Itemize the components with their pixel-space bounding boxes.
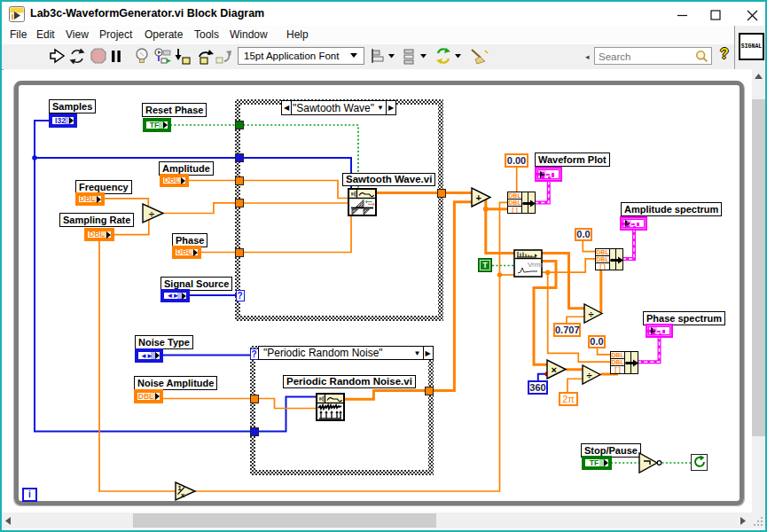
signal-source-terminal[interactable]: ◄► bbox=[160, 289, 190, 302]
case1-prev-icon[interactable]: ◀ bbox=[282, 101, 292, 114]
scroll-left-icon[interactable] bbox=[4, 517, 13, 526]
align-objects-button[interactable] bbox=[370, 46, 397, 66]
case2-selector-terminal[interactable]: ? bbox=[250, 348, 259, 360]
case2-next-icon[interactable]: ▶ bbox=[423, 347, 433, 359]
loop-condition-terminal[interactable] bbox=[691, 454, 708, 471]
vi-icon[interactable]: SIGNAL bbox=[739, 33, 764, 60]
clean-up-diagram-button[interactable] bbox=[466, 46, 491, 66]
reciprocal-node[interactable]: 1 x bbox=[175, 481, 197, 502]
divide-node-rms[interactable]: ÷ bbox=[583, 303, 604, 325]
noise-amplitude-label[interactable]: Noise Amplitude bbox=[134, 376, 217, 390]
search-collapse-icon[interactable]: ◂ bbox=[585, 52, 590, 61]
retain-wire-values-button[interactable] bbox=[153, 46, 172, 66]
font-dropdown-arrow-icon[interactable] bbox=[350, 53, 358, 59]
tunnel-phase[interactable] bbox=[235, 248, 244, 257]
samples-label[interactable]: Samples bbox=[49, 99, 96, 113]
waveform-plot-terminal[interactable] bbox=[535, 167, 562, 182]
noise-vi-icon[interactable] bbox=[316, 393, 345, 421]
amplitude-spectrum-terminal[interactable] bbox=[620, 216, 647, 231]
menu-window[interactable]: Window bbox=[230, 28, 268, 41]
build-waveform-plot[interactable]: DBL DBL [ ] bbox=[507, 192, 536, 214]
scroll-right-icon[interactable] bbox=[739, 517, 747, 526]
horizontal-scrollbar[interactable] bbox=[2, 512, 752, 528]
noise-amplitude-terminal[interactable]: DBL bbox=[134, 389, 163, 403]
spectrum-vi-icon[interactable]: Vrms bbox=[513, 249, 543, 278]
run-continuously-button[interactable] bbox=[67, 46, 87, 66]
maximize-button[interactable] bbox=[699, 2, 729, 26]
minimize-button[interactable] bbox=[659, 2, 689, 26]
menu-operate[interactable]: Operate bbox=[145, 28, 183, 41]
menu-help[interactable]: Help bbox=[286, 28, 309, 41]
tunnel-sawtooth-out[interactable] bbox=[437, 189, 446, 198]
noise-type-terminal[interactable]: ◄► bbox=[135, 348, 163, 363]
case1-selector-text[interactable]: "Sawtooth Wave" bbox=[292, 101, 375, 114]
constant-0.00[interactable]: 0.00 bbox=[505, 153, 528, 168]
menu-tools[interactable]: Tools bbox=[194, 28, 219, 41]
divide-node-frequency[interactable]: ÷ bbox=[142, 203, 165, 224]
not-node[interactable] bbox=[638, 452, 665, 474]
tunnel-samples-case1[interactable] bbox=[235, 153, 244, 162]
stop-pause-terminal[interactable]: TF bbox=[582, 456, 612, 470]
vertical-scrollbar-thumb[interactable] bbox=[752, 99, 765, 436]
constant-360[interactable]: 360 bbox=[528, 380, 548, 395]
menu-view[interactable]: View bbox=[66, 28, 89, 41]
noise-vi-label[interactable]: Periodic Random Noise.vi bbox=[283, 375, 416, 388]
tunnel-normalized-freq[interactable] bbox=[235, 199, 244, 207]
divide-node-radians[interactable]: ÷ bbox=[582, 364, 602, 386]
sawtooth-vi-label[interactable]: Sawtooth Wave.vi bbox=[342, 173, 435, 186]
step-out-button[interactable] bbox=[213, 46, 232, 66]
build-waveform-amplitude[interactable]: DBL DBL [ ] bbox=[595, 248, 623, 270]
help-button[interactable]: ? bbox=[716, 46, 732, 66]
search-icon[interactable] bbox=[695, 50, 708, 63]
waveform-plot-label[interactable]: Waveform Plot bbox=[535, 153, 610, 167]
tunnel-noise-amplitude[interactable] bbox=[250, 395, 259, 403]
tunnel-amplitude[interactable] bbox=[235, 176, 244, 185]
pause-button[interactable] bbox=[106, 46, 126, 66]
phase-spectrum-terminal[interactable] bbox=[646, 324, 673, 338]
constant-0.707[interactable]: 0.707 bbox=[553, 323, 581, 337]
add-node[interactable]: + bbox=[471, 187, 492, 208]
phase-terminal[interactable]: DBL bbox=[172, 246, 201, 259]
close-button[interactable] bbox=[735, 2, 765, 26]
constant-0.0-amp[interactable]: 0.0 bbox=[575, 228, 592, 241]
noise-type-label[interactable]: Noise Type bbox=[135, 335, 193, 349]
horizontal-scrollbar-thumb[interactable] bbox=[133, 513, 436, 528]
sampling-rate-label[interactable]: Sampling Rate bbox=[59, 213, 134, 227]
constant-2pi[interactable]: 2π bbox=[559, 392, 578, 406]
tunnel-samples-case2[interactable] bbox=[250, 427, 259, 436]
multiply-node[interactable]: × bbox=[546, 359, 567, 380]
case2-selector-text[interactable]: "Periodic Random Noise" bbox=[259, 347, 412, 359]
case1-selector[interactable]: ◀ "Sawtooth Wave" ▼ ▶ bbox=[281, 100, 396, 115]
menu-edit[interactable]: Edit bbox=[36, 28, 55, 41]
case1-selector-terminal[interactable]: ? bbox=[236, 290, 245, 301]
constant-true[interactable]: T bbox=[478, 258, 492, 272]
resize-grip[interactable] bbox=[752, 512, 765, 528]
vertical-scrollbar[interactable] bbox=[752, 69, 765, 528]
case-structure-sawtooth[interactable] bbox=[235, 99, 443, 321]
font-selector[interactable]: 15pt Application Font bbox=[238, 47, 364, 65]
abort-button[interactable] bbox=[89, 46, 108, 66]
menu-file[interactable]: File bbox=[10, 28, 27, 41]
menu-project[interactable]: Project bbox=[99, 28, 132, 41]
reset-phase-terminal[interactable]: TF bbox=[143, 118, 171, 132]
reset-phase-label[interactable]: Reset Phase bbox=[142, 103, 207, 117]
sawtooth-vi-icon[interactable] bbox=[348, 188, 377, 216]
amplitude-spectrum-label[interactable]: Amplitude spectrum bbox=[621, 202, 722, 216]
step-into-button[interactable] bbox=[173, 46, 192, 66]
case1-next-icon[interactable]: ▶ bbox=[386, 101, 395, 114]
case2-selector[interactable]: "Periodic Random Noise" ▼ ▶ bbox=[258, 346, 434, 360]
tunnel-noise-out[interactable] bbox=[425, 387, 434, 395]
samples-terminal[interactable]: I32 bbox=[49, 113, 77, 128]
search-input[interactable] bbox=[597, 49, 693, 65]
frequency-terminal[interactable]: DBL bbox=[75, 192, 105, 206]
distribute-objects-button[interactable] bbox=[402, 46, 429, 66]
run-button[interactable] bbox=[48, 46, 67, 66]
loop-iteration-terminal[interactable]: i bbox=[22, 488, 37, 502]
build-waveform-phase[interactable]: DBL DBL [ ] bbox=[610, 351, 638, 374]
constant-0.0-phase[interactable]: 0.0 bbox=[588, 335, 606, 348]
scroll-up-icon[interactable] bbox=[755, 73, 763, 82]
case1-dropdown-icon[interactable]: ▼ bbox=[375, 101, 386, 114]
sampling-rate-terminal[interactable]: DBL bbox=[84, 228, 114, 241]
tunnel-reset-phase[interactable] bbox=[235, 121, 244, 129]
title-bar[interactable]: Lab3c-WaveformGenerator.vi Block Diagram bbox=[2, 2, 765, 26]
